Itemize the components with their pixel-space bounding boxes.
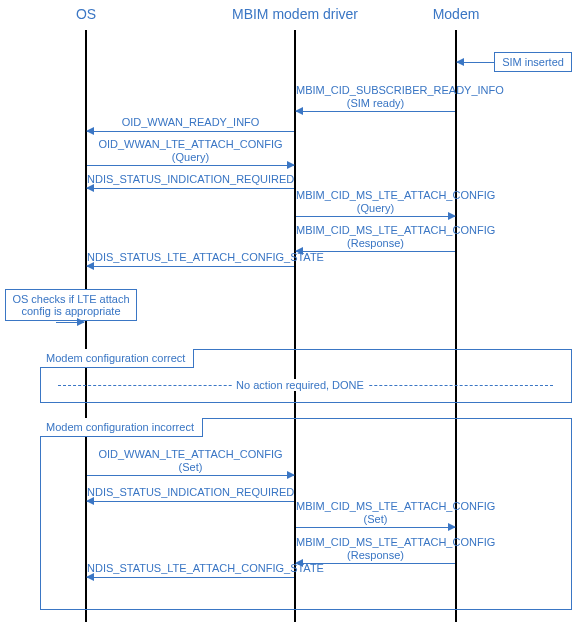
- arrow-icon: [296, 527, 455, 528]
- note-sim-inserted: SIM inserted: [494, 52, 572, 72]
- arrow-icon: [87, 501, 294, 502]
- divider-label: No action required, DONE: [232, 379, 368, 391]
- arrow-icon: [87, 131, 294, 132]
- msg-label: NDIS_STATUS_LTE_ATTACH_CONFIG_STATE: [87, 251, 294, 264]
- sequence-diagram: OS MBIM modem driver Modem SIM inserted …: [0, 0, 585, 630]
- frame-label: Modem configuration correct: [40, 349, 194, 368]
- frame-label: Modem configuration incorrect: [40, 418, 203, 437]
- msg-mbim-lte-resp-1: MBIM_CID_MS_LTE_ATTACH_CONFIG (Response): [296, 224, 455, 252]
- msg-label: MBIM_CID_MS_LTE_ATTACH_CONFIG (Response): [296, 224, 455, 249]
- arrow-icon: [296, 216, 455, 217]
- msg-label: OID_WWAN_LTE_ATTACH_CONFIG (Query): [87, 138, 294, 163]
- msg-label: MBIM_CID_MS_LTE_ATTACH_CONFIG (Query): [296, 189, 455, 214]
- msg-ndis-state-2: NDIS_STATUS_LTE_ATTACH_CONFIG_STATE: [87, 562, 294, 578]
- msg-label: NDIS_STATUS_INDICATION_REQUIRED: [87, 173, 294, 186]
- msg-mbim-lte-query: MBIM_CID_MS_LTE_ATTACH_CONFIG (Query): [296, 189, 455, 217]
- msg-mbim-sub-ready: MBIM_CID_SUBSCRIBER_READY_INFO (SIM read…: [296, 84, 455, 112]
- msg-oid-lte-set: OID_WWAN_LTE_ATTACH_CONFIG (Set): [87, 448, 294, 476]
- connector: [56, 322, 58, 323]
- participant-os: OS: [76, 6, 96, 22]
- arrow-icon: [87, 266, 294, 267]
- msg-ndis-ind-req-2: NDIS_STATUS_INDICATION_REQUIRED: [87, 486, 294, 502]
- msg-mbim-lte-set: MBIM_CID_MS_LTE_ATTACH_CONFIG (Set): [296, 500, 455, 528]
- msg-mbim-lte-resp-2: MBIM_CID_MS_LTE_ATTACH_CONFIG (Response): [296, 536, 455, 564]
- msg-label: MBIM_CID_MS_LTE_ATTACH_CONFIG (Response): [296, 536, 455, 561]
- arrow-icon: [296, 111, 455, 112]
- msg-label: NDIS_STATUS_LTE_ATTACH_CONFIG_STATE: [87, 562, 294, 575]
- arrow-icon: [87, 165, 294, 166]
- arrow-icon: [87, 577, 294, 578]
- msg-label: NDIS_STATUS_INDICATION_REQUIRED: [87, 486, 294, 499]
- msg-label: OID_WWAN_LTE_ATTACH_CONFIG (Set): [87, 448, 294, 473]
- msg-oid-ready-info: OID_WWAN_READY_INFO: [87, 116, 294, 132]
- participant-driver: MBIM modem driver: [232, 6, 358, 22]
- msg-oid-lte-query: OID_WWAN_LTE_ATTACH_CONFIG (Query): [87, 138, 294, 166]
- arrow-icon: [58, 322, 84, 323]
- msg-label: OID_WWAN_READY_INFO: [87, 116, 294, 129]
- msg-label: MBIM_CID_MS_LTE_ATTACH_CONFIG (Set): [296, 500, 455, 525]
- msg-ndis-state-1: NDIS_STATUS_LTE_ATTACH_CONFIG_STATE: [87, 251, 294, 267]
- participant-modem: Modem: [433, 6, 480, 22]
- arrow-icon: [87, 475, 294, 476]
- note-os-check: OS checks if LTE attach config is approp…: [5, 289, 137, 321]
- msg-label: MBIM_CID_SUBSCRIBER_READY_INFO (SIM read…: [296, 84, 455, 109]
- frame-config-correct: Modem configuration correct: [40, 349, 572, 403]
- arrow-icon: [457, 62, 494, 63]
- msg-ndis-ind-req-1: NDIS_STATUS_INDICATION_REQUIRED: [87, 173, 294, 189]
- arrow-icon: [87, 188, 294, 189]
